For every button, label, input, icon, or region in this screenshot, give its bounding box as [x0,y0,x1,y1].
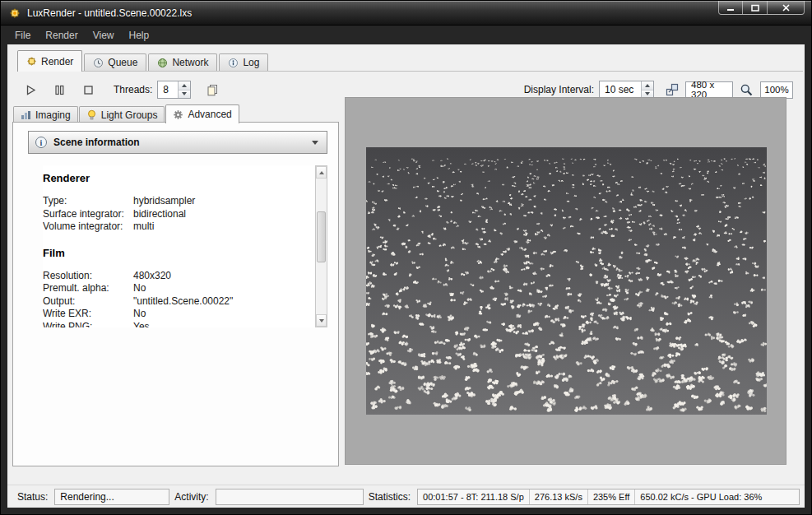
threads-spinbox[interactable]: 8 [157,81,191,99]
info-row-resolution: Resolution: 480x320 [43,270,314,283]
imaging-histogram-icon [21,109,31,120]
copy-icon [206,84,219,96]
tab-advanced[interactable]: Advanced [165,104,239,123]
advanced-tab-page: i Scene information Renderer Type: hybri… [12,122,339,466]
titlebar[interactable]: LuxRender - untitled.Scene.00022.lxs [1,1,811,26]
main-tab-bar: Render Queue Network [17,50,803,72]
scene-information-text: Renderer Type: hybridsampler Surface int… [43,165,314,327]
status-value: Rendering... [60,491,114,503]
scene-information-header[interactable]: i Scene information [28,131,327,154]
info-icon: i [35,137,47,148]
display-interval-label: Display Interval: [524,84,594,95]
stat-efficiency: 235% Eff [587,489,634,504]
minimize-button[interactable] [718,1,743,15]
stat-samples-per-second: 276.13 kS/s [529,489,587,504]
render-view-area [345,97,786,465]
status-field: Rendering... [54,489,169,505]
stat-samples-per-pixel: 00:01:57 - 8T: 211.18 S/p [418,489,529,504]
queue-clock-icon [93,58,104,68]
gear-icon [173,109,183,120]
log-info-icon [228,58,239,68]
window-controls [718,1,805,15]
zoom-level-value: 100% [764,85,788,95]
tab-light-groups[interactable]: Light Groups [79,106,165,123]
tab-network-label: Network [172,57,208,68]
threads-spin-down[interactable] [179,90,190,99]
scene-information-content: Renderer Type: hybridsampler Surface int… [43,165,327,327]
tab-light-groups-label: Light Groups [101,109,158,121]
threads-label: Threads: [114,84,152,95]
maximize-button[interactable] [743,1,767,15]
lightbulb-icon [86,109,97,120]
scene-information-title: Scene information [53,137,312,148]
toolbar-right-group: Display Interval: 10 sec 4 [516,81,796,99]
pause-icon [53,84,66,96]
tab-imaging[interactable]: Imaging [13,106,78,123]
info-row-type: Type: hybridsampler [43,195,314,208]
tab-render-label: Render [41,56,73,67]
info-row-volume-integrator: Volume integrator: multi [43,220,314,234]
menu-render[interactable]: Render [38,26,85,44]
close-button[interactable] [767,1,805,15]
display-interval-spin-up[interactable] [642,81,653,90]
window-title: LuxRender - untitled.Scene.00022.lxs [27,7,192,19]
statistics-label: Statistics: [369,491,411,503]
tab-imaging-label: Imaging [35,109,71,121]
activity-field [216,489,364,505]
pause-button[interactable] [48,79,71,100]
threads-value: 8 [158,81,178,98]
menu-help[interactable]: Help [122,26,157,44]
display-interval-spin-arrows [641,81,653,98]
tab-queue[interactable]: Queue [84,53,146,71]
statistics-field: 00:01:57 - 8T: 211.18 S/p 276.13 kS/s 23… [417,489,800,505]
info-row-write-exr: Write EXR: No [43,308,314,321]
tab-advanced-label: Advanced [188,109,231,120]
play-button[interactable] [19,79,42,100]
toolbar-left-group: Threads: 8 [19,79,230,100]
zoom-level-box[interactable]: 100% [760,81,793,99]
stat-gpu-load: 650.02 kC/s - GPU Load: 36% [634,489,767,504]
zoom-magnifier-icon[interactable] [740,83,754,97]
status-label: Status: [17,491,48,503]
info-row-output: Output: "untitled.Scene.00022" [43,295,314,309]
info-row-premult-alpha: Premult. alpha: No [43,282,314,295]
tab-queue-label: Queue [108,57,137,68]
menu-file[interactable]: File [7,26,38,44]
scene-info-scrollbar[interactable] [315,165,327,327]
display-interval-value: 10 sec [600,81,641,98]
play-icon [25,84,37,96]
activity-label: Activity: [174,491,208,503]
copy-button[interactable] [201,79,224,100]
render-tab-icon [26,56,37,67]
luxrender-window: LuxRender - untitled.Scene.00022.lxs Fil… [0,0,812,515]
chevron-down-icon [312,141,318,145]
film-heading: Film [43,247,314,259]
scrollbar-track[interactable] [316,179,327,314]
stop-button[interactable] [77,79,100,100]
scrollbar-up-button[interactable] [316,166,327,179]
tab-network[interactable]: Network [148,53,217,71]
threads-spin-arrows [178,81,190,98]
tab-log[interactable]: Log [219,53,268,71]
tab-render[interactable]: Render [17,50,82,72]
info-row-surface-integrator: Surface integrator: bidirectional [43,208,314,221]
renderer-heading: Renderer [43,172,314,184]
luxrender-logo-icon [8,7,21,20]
scrollbar-thumb[interactable] [317,211,326,262]
display-interval-spinbox[interactable]: 10 sec [599,81,654,99]
side-tab-bar: Imaging Light Groups [13,104,339,123]
statusbar: Status: Rendering... Activity: Statistic… [7,485,805,508]
info-row-write-png: Write PNG: Yes [43,321,314,328]
client-area: Render Queue Network [7,44,805,508]
menubar: File Render View Help [7,26,805,44]
menu-view[interactable]: View [86,26,122,44]
render-canvas [366,147,767,415]
network-globe-icon [157,58,168,68]
stop-icon [82,84,95,96]
resolution-box[interactable]: 480 x 320 [685,81,733,99]
tab-log-label: Log [243,57,259,68]
scrollbar-down-button[interactable] [316,314,327,327]
resize-resolution-icon[interactable] [666,83,679,96]
threads-spin-up[interactable] [179,81,190,90]
left-panel: Imaging Light Groups [12,104,339,466]
